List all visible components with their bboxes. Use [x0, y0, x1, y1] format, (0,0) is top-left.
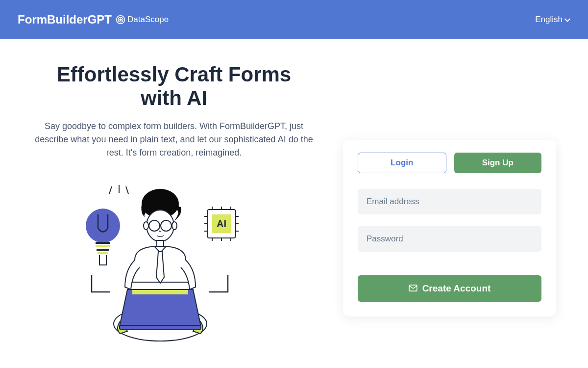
hero-title: Effortlessly Craft Forms with AI	[34, 63, 314, 110]
mail-icon	[409, 283, 417, 294]
tab-login[interactable]: Login	[358, 153, 446, 173]
logo-secondary: DataScope	[127, 15, 169, 25]
auth-card: Login Sign Up Create Account	[343, 140, 556, 316]
svg-point-31	[144, 222, 148, 230]
svg-rect-10	[98, 252, 108, 254]
logo-secondary-group: DataScope	[116, 15, 169, 25]
svg-text:AI: AI	[217, 218, 226, 229]
svg-rect-33	[157, 240, 164, 246]
auth-section: Login Sign Up Create Account	[343, 59, 581, 346]
swirl-icon	[116, 15, 125, 25]
email-field[interactable]	[358, 189, 541, 214]
svg-line-3	[109, 186, 112, 194]
svg-rect-35	[132, 289, 188, 294]
svg-rect-8	[96, 245, 110, 247]
logo-primary: FormBuilderGPT	[18, 13, 112, 26]
logo-group: FormBuilderGPT DataScope	[18, 13, 169, 26]
chevron-down-icon	[564, 15, 570, 25]
svg-point-2	[120, 19, 121, 20]
language-selector[interactable]: English	[535, 15, 570, 25]
password-field[interactable]	[358, 226, 541, 252]
lightbulb-icon	[86, 185, 128, 292]
auth-tabs: Login Sign Up	[358, 153, 541, 173]
hero-section: Effortlessly Craft Forms with AI Say goo…	[0, 59, 323, 346]
person-illustration	[114, 189, 207, 341]
create-account-button[interactable]: Create Account	[358, 275, 541, 302]
ai-chip-icon: AI	[204, 207, 239, 292]
language-label: English	[535, 15, 563, 25]
hero-illustration: AI	[34, 179, 314, 346]
create-account-label: Create Account	[422, 283, 491, 294]
hero-description: Say goodbye to complex form builders. Wi…	[34, 120, 314, 159]
svg-rect-9	[97, 249, 109, 251]
svg-point-32	[172, 222, 177, 230]
svg-line-5	[126, 186, 128, 194]
header: FormBuilderGPT DataScope English	[0, 0, 588, 39]
tab-signup[interactable]: Sign Up	[454, 153, 542, 173]
svg-point-6	[86, 209, 120, 243]
svg-rect-37	[120, 325, 201, 329]
svg-rect-7	[96, 242, 110, 244]
main-content: Effortlessly Craft Forms with AI Say goo…	[0, 39, 588, 346]
